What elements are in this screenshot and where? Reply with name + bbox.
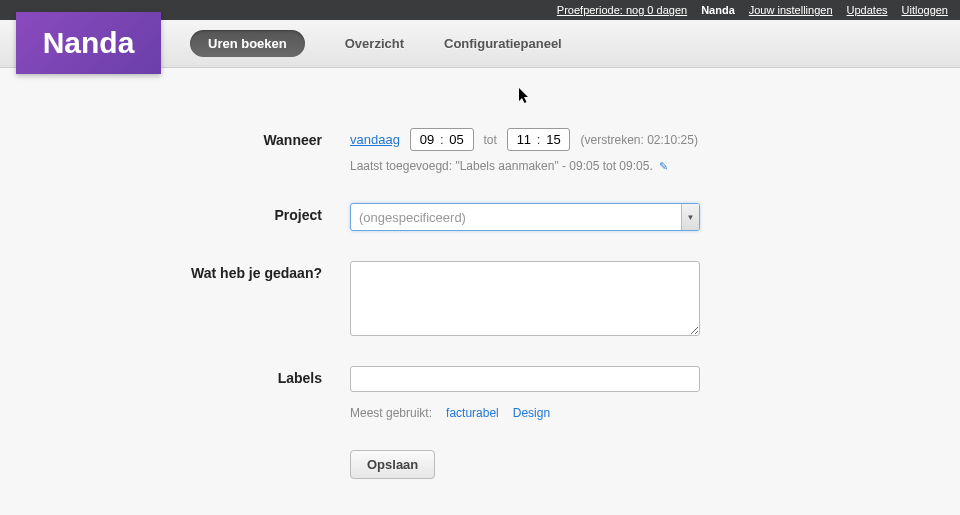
time-from[interactable]: : xyxy=(410,128,474,151)
tab-overzicht[interactable]: Overzicht xyxy=(345,36,404,51)
updates-link[interactable]: Updates xyxy=(847,4,888,16)
label-labels: Labels xyxy=(40,366,350,386)
row-description: Wat heb je gedaan? xyxy=(40,261,920,336)
last-added-text: Laatst toegevoegd: "Labels aanmaken" - 0… xyxy=(350,159,653,173)
tab-configuratiepaneel[interactable]: Configuratiepaneel xyxy=(444,36,562,51)
settings-link[interactable]: Jouw instellingen xyxy=(749,4,833,16)
today-link[interactable]: vandaag xyxy=(350,132,400,147)
trial-link[interactable]: Proefperiode: nog 0 dagen xyxy=(557,4,687,16)
elapsed-text: (verstreken: 02:10:25) xyxy=(580,133,697,147)
labels-input[interactable] xyxy=(350,366,700,392)
row-save: Opslaan xyxy=(40,450,920,479)
time-to-min-input[interactable] xyxy=(543,132,563,147)
chevron-down-icon[interactable]: ▼ xyxy=(681,204,699,230)
form-area: Wanneer vandaag : tot : (verstreken: 02:… xyxy=(0,68,960,479)
most-used-tags: Meest gebruikt: facturabel Design xyxy=(350,406,920,420)
brand-logo[interactable]: Nanda xyxy=(16,12,161,74)
time-to[interactable]: : xyxy=(507,128,571,151)
navbar: Nanda Uren boeken Overzicht Configuratie… xyxy=(0,20,960,68)
tab-uren-boeken[interactable]: Uren boeken xyxy=(190,30,305,57)
label-description: Wat heb je gedaan? xyxy=(40,261,350,281)
time-from-hour-input[interactable] xyxy=(417,132,437,147)
description-textarea[interactable] xyxy=(350,261,700,336)
row-wanneer: Wanneer vandaag : tot : (verstreken: 02:… xyxy=(40,128,920,173)
time-to-label: tot xyxy=(484,133,497,147)
project-select[interactable]: (ongespecificeerd) ▼ xyxy=(350,203,700,231)
label-wanneer: Wanneer xyxy=(40,128,350,148)
project-select-value: (ongespecificeerd) xyxy=(351,210,681,225)
row-project: Project (ongespecificeerd) ▼ xyxy=(40,203,920,231)
tag-facturabel[interactable]: facturabel xyxy=(446,406,499,420)
user-name[interactable]: Nanda xyxy=(701,4,735,16)
row-labels: Labels Meest gebruikt: facturabel Design xyxy=(40,366,920,420)
edit-icon[interactable]: ✎ xyxy=(659,160,668,173)
time-to-hour-input[interactable] xyxy=(514,132,534,147)
label-project: Project xyxy=(40,203,350,223)
save-button[interactable]: Opslaan xyxy=(350,450,435,479)
tag-design[interactable]: Design xyxy=(513,406,550,420)
time-from-min-input[interactable] xyxy=(447,132,467,147)
most-used-label: Meest gebruikt: xyxy=(350,406,432,420)
logout-link[interactable]: Uitloggen xyxy=(902,4,948,16)
